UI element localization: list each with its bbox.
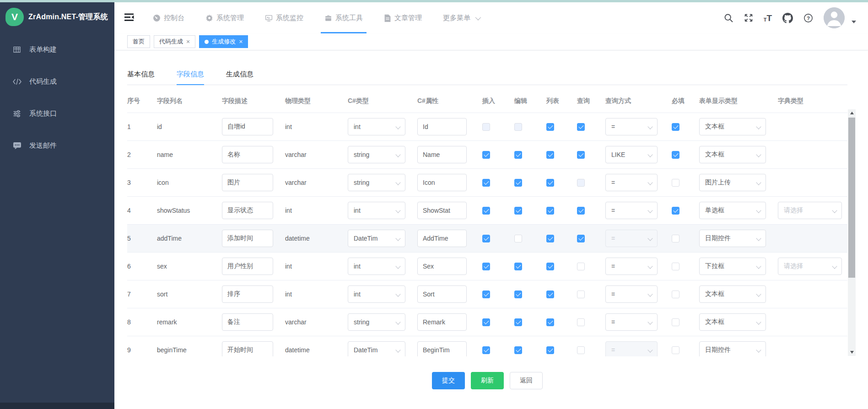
edit-checkbox[interactable] (514, 235, 522, 242)
cs-type-select[interactable]: int (348, 258, 405, 275)
edit-checkbox[interactable] (514, 151, 522, 159)
cs-property-input[interactable]: Remark (417, 313, 467, 331)
cs-type-select[interactable]: int (348, 202, 405, 219)
list-checkbox[interactable] (546, 179, 554, 187)
field-desc-input[interactable]: 名称 (222, 146, 273, 163)
query-mode-select[interactable]: = (605, 258, 658, 275)
query-mode-select[interactable]: = (605, 174, 658, 191)
edit-checkbox[interactable] (514, 263, 522, 270)
cs-type-select[interactable]: string (348, 313, 405, 331)
required-checkbox[interactable] (672, 151, 679, 159)
sidebar-item-系统接口[interactable]: 系统接口 (0, 97, 114, 129)
insert-checkbox[interactable] (482, 151, 490, 159)
field-desc-input[interactable]: 备注 (222, 313, 273, 331)
form-display-type-select[interactable]: 文本框 (699, 285, 766, 303)
required-checkbox[interactable] (672, 346, 679, 354)
list-checkbox[interactable] (546, 235, 554, 242)
field-desc-input[interactable]: 排序 (222, 285, 273, 303)
edit-checkbox[interactable] (514, 207, 522, 215)
required-checkbox[interactable] (672, 179, 679, 187)
github-icon[interactable] (782, 13, 793, 23)
cs-property-input[interactable]: BeginTim (417, 341, 467, 356)
insert-checkbox[interactable] (482, 207, 490, 215)
sidebar-item-代码生成[interactable]: 代码生成 (0, 65, 114, 97)
cs-type-select[interactable]: int (348, 285, 405, 303)
form-display-type-select[interactable]: 文本框 (699, 146, 766, 163)
help-icon[interactable]: ? (803, 13, 813, 23)
query-checkbox[interactable] (577, 151, 585, 159)
form-display-type-select[interactable]: 下拉框 (699, 258, 766, 275)
scroll-up-arrow[interactable] (848, 109, 856, 117)
list-checkbox[interactable] (546, 151, 554, 159)
list-checkbox[interactable] (546, 207, 554, 215)
edit-checkbox[interactable] (514, 346, 522, 354)
tag-生成修改[interactable]: 生成修改× (199, 35, 248, 48)
tag-首页[interactable]: 首页 (127, 35, 150, 48)
field-desc-input[interactable]: 用户性别 (222, 258, 273, 275)
sidebar-item-发送邮件[interactable]: 发送邮件 (0, 129, 114, 161)
fullscreen-icon[interactable] (744, 13, 753, 22)
insert-checkbox[interactable] (482, 346, 490, 354)
list-checkbox[interactable] (546, 291, 554, 298)
required-checkbox[interactable] (672, 291, 679, 298)
sidebar-item-表单构建[interactable]: 表单构建 (0, 33, 114, 65)
list-checkbox[interactable] (546, 123, 554, 131)
scrollbar-thumb[interactable] (848, 118, 855, 278)
cs-type-select[interactable]: DateTim (348, 341, 405, 356)
search-icon[interactable] (724, 13, 733, 23)
required-checkbox[interactable] (672, 318, 679, 326)
insert-checkbox[interactable] (482, 179, 490, 187)
close-icon[interactable]: × (186, 38, 190, 45)
query-checkbox[interactable] (577, 263, 585, 270)
avatar[interactable] (824, 7, 845, 28)
nav-item-控制台[interactable]: 控制台 (153, 2, 184, 33)
cs-property-input[interactable]: Sex (417, 258, 467, 275)
close-icon[interactable]: × (239, 38, 243, 45)
query-checkbox[interactable] (577, 291, 585, 298)
submit-button[interactable]: 提交 (432, 372, 465, 389)
dict-type-select[interactable]: 请选择 (778, 258, 842, 275)
cs-type-select[interactable]: int (348, 118, 405, 135)
required-checkbox[interactable] (672, 123, 679, 131)
cs-type-select[interactable]: DateTim (348, 230, 405, 247)
form-display-type-select[interactable]: 文本框 (699, 313, 766, 331)
field-desc-input[interactable]: 开始时间 (222, 341, 273, 356)
cs-property-input[interactable]: Name (417, 146, 467, 163)
insert-checkbox[interactable] (482, 291, 490, 298)
query-mode-select[interactable]: = (605, 285, 658, 303)
edit-checkbox[interactable] (514, 291, 522, 298)
insert-checkbox[interactable] (482, 235, 490, 242)
refresh-button[interactable]: 刷新 (471, 372, 504, 389)
app-logo[interactable]: V ZrAdmin.NET-管理系统 (0, 2, 114, 32)
form-display-type-select[interactable]: 文本框 (699, 118, 766, 135)
nav-item-系统管理[interactable]: 系统管理 (205, 2, 244, 33)
field-desc-input[interactable]: 图片 (222, 174, 273, 191)
required-checkbox[interactable] (672, 207, 679, 215)
nav-item-系统工具[interactable]: 系统工具 (324, 2, 363, 33)
field-desc-input[interactable]: 自增id (222, 118, 273, 135)
insert-checkbox[interactable] (482, 263, 490, 270)
cs-property-input[interactable]: Icon (417, 174, 467, 191)
query-mode-select[interactable]: = (605, 118, 658, 135)
cs-property-input[interactable]: Id (417, 118, 467, 135)
field-desc-input[interactable]: 显示状态 (222, 202, 273, 219)
nav-item-文章管理[interactable]: 文章管理 (384, 2, 422, 33)
edit-checkbox[interactable] (514, 318, 522, 326)
form-display-type-select[interactable]: 单选框 (699, 202, 766, 219)
cs-property-input[interactable]: ShowStat (417, 202, 467, 219)
scroll-down-arrow[interactable] (848, 349, 856, 356)
tag-代码生成[interactable]: 代码生成× (154, 35, 195, 48)
list-checkbox[interactable] (546, 263, 554, 270)
query-checkbox[interactable] (577, 123, 585, 131)
cs-type-select[interactable]: string (348, 146, 405, 163)
form-display-type-select[interactable]: 图片上传 (699, 174, 766, 191)
nav-item-系统监控[interactable]: 系统监控 (265, 2, 303, 33)
font-size-icon[interactable]: TT (764, 14, 772, 22)
field-desc-input[interactable]: 添加时间 (222, 230, 273, 247)
required-checkbox[interactable] (672, 235, 679, 242)
tab-生成信息[interactable]: 生成信息 (226, 64, 253, 85)
cs-type-select[interactable]: string (348, 174, 405, 191)
form-display-type-select[interactable]: 日期控件 (699, 341, 766, 356)
avatar-caret-down-icon[interactable] (852, 21, 856, 23)
tab-基本信息[interactable]: 基本信息 (127, 64, 155, 85)
